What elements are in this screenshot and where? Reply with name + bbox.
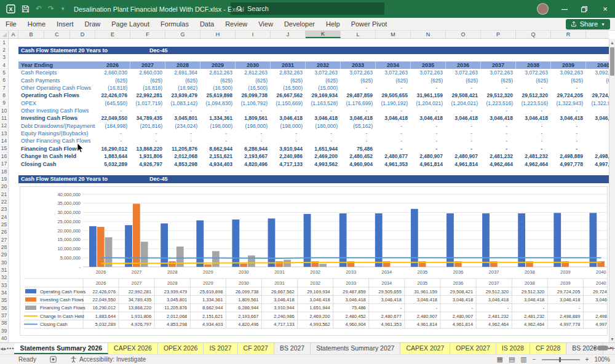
cell-value[interactable]: - <box>95 130 130 137</box>
cell-value[interactable]: (16,818) <box>95 84 130 92</box>
row-number-15[interactable]: 15 <box>0 145 8 152</box>
row-number-39[interactable]: 39 <box>0 327 8 334</box>
row-number-2[interactable]: 2 <box>0 46 8 53</box>
year-header-2033[interactable]: 2033 <box>341 61 376 69</box>
column-header-m[interactable]: M <box>376 31 411 38</box>
column-header-q[interactable]: Q <box>516 31 551 38</box>
ribbon-tab-view[interactable]: View <box>253 18 279 30</box>
row-label[interactable]: Cash Receipts <box>18 69 95 76</box>
row-number-37[interactable]: 37 <box>0 312 8 319</box>
cell-value[interactable]: (1,176,699) <box>341 100 376 107</box>
cell-value[interactable]: (625) <box>341 77 376 84</box>
sheet-tab-bs-2027[interactable]: BS 2027 <box>274 343 311 354</box>
cell-value[interactable]: - <box>551 130 586 137</box>
cell-value[interactable]: (645,550) <box>95 100 130 107</box>
row-label[interactable]: Financing Cash Flows <box>18 145 95 152</box>
cell-value[interactable]: - <box>551 84 586 92</box>
cell-value[interactable]: 25,619,898 <box>200 92 236 99</box>
cell-value[interactable]: (625) <box>271 77 306 84</box>
year-header-2036[interactable]: 2036 <box>446 61 481 69</box>
cell-value[interactable]: 2,469,200 <box>306 152 341 160</box>
cell-value[interactable]: 3,072,263 <box>446 69 481 76</box>
cell-value[interactable]: (1,322,943) <box>551 100 586 107</box>
cell-value[interactable]: - <box>481 137 516 144</box>
cell-value[interactable]: 3,045,801 <box>165 114 200 122</box>
cell-value[interactable]: (198,000) <box>236 122 271 130</box>
select-all-corner[interactable] <box>0 31 9 38</box>
cell-value[interactable]: (15,000) <box>306 84 341 92</box>
year-header-2026[interactable]: 2026 <box>95 61 130 69</box>
cell-value[interactable]: - <box>236 130 271 137</box>
zoom-slider-thumb[interactable] <box>559 357 561 362</box>
column-header-l[interactable]: L <box>341 31 376 38</box>
cell-value[interactable]: 4,962,464 <box>481 160 516 168</box>
cell-value[interactable]: - <box>411 122 446 130</box>
cell-value[interactable]: - <box>130 130 165 137</box>
row-label[interactable]: Closing Cash <box>18 160 95 168</box>
row-number-29[interactable]: 29 <box>0 251 8 259</box>
cell-value[interactable]: - <box>481 107 516 114</box>
cell-value[interactable]: - <box>551 122 586 130</box>
year-header-2032[interactable]: 2032 <box>306 61 341 69</box>
cell-value[interactable]: - <box>516 137 551 144</box>
cell-value[interactable]: (1,223,516) <box>516 100 551 107</box>
column-header-d[interactable]: D <box>70 31 95 38</box>
cell-value[interactable]: 4,961,814 <box>411 160 446 168</box>
row-number-25[interactable]: 25 <box>0 221 8 228</box>
row-number-18[interactable]: 18 <box>0 168 8 175</box>
cell-value[interactable]: 26,667,562 <box>271 92 306 99</box>
year-header-2037[interactable]: 2037 <box>481 61 516 69</box>
cell-value[interactable]: (198,000) <box>271 122 306 130</box>
cell-value[interactable]: (1,322,943) <box>586 100 609 107</box>
ribbon-tab-home[interactable]: Home <box>22 18 51 30</box>
cell-value[interactable]: (180,000) <box>306 122 341 130</box>
cell-value[interactable]: 3,046,418 <box>376 114 411 122</box>
qat-customize-chevron-icon[interactable]: ▼ <box>60 0 65 18</box>
column-header-i[interactable]: I <box>236 31 271 38</box>
cell-value[interactable]: 2,240,986 <box>271 152 306 160</box>
row-number-35[interactable]: 35 <box>0 297 8 304</box>
cell-value[interactable]: (55,162) <box>341 122 376 130</box>
cell-value[interactable]: 3,046,418 <box>481 114 516 122</box>
cell-value[interactable]: 29,512,320 <box>516 92 551 99</box>
cell-value[interactable]: (16,500) <box>200 84 236 92</box>
zoom-slider[interactable] <box>542 359 580 360</box>
column-header-h[interactable]: H <box>200 31 236 38</box>
row-number-36[interactable]: 36 <box>0 304 8 312</box>
cell-value[interactable]: (625) <box>586 77 609 84</box>
year-header-2035[interactable]: 2035 <box>411 61 446 69</box>
search-input[interactable]: Search <box>231 2 384 15</box>
cell-value[interactable]: 3,072,263 <box>306 69 341 76</box>
cell-value[interactable]: 29,508,421 <box>446 92 481 99</box>
row-number-14[interactable]: 14 <box>0 137 8 144</box>
row-label[interactable]: Equity Raisings/(Buybacks) <box>18 130 95 137</box>
cell-value[interactable]: 13,868,220 <box>130 145 165 152</box>
cell-value[interactable]: - <box>271 130 306 137</box>
cell-value[interactable]: 3,046,418 <box>516 114 551 122</box>
horizontal-scrollbar[interactable]: ◂ ▸ <box>593 345 613 350</box>
chart-section-header-bar[interactable]: Cash Flow Statement 20 Years to Dec-45 <box>18 175 609 183</box>
cell-value[interactable]: - <box>516 145 551 152</box>
cell-value[interactable]: - <box>200 107 236 114</box>
year-header-2034[interactable]: 2034 <box>376 61 411 69</box>
cell-value[interactable]: 3,046,418 <box>446 114 481 122</box>
cell-value[interactable]: (625) <box>236 77 271 84</box>
cell-value[interactable]: 2,660,030 <box>95 69 130 76</box>
row-number-1[interactable]: 1 <box>0 39 8 46</box>
column-header-j[interactable]: J <box>271 31 306 38</box>
cell-value[interactable]: - <box>586 107 609 114</box>
row-number-11[interactable]: 11 <box>0 114 8 122</box>
ribbon-tab-help[interactable]: Help <box>320 18 346 30</box>
cell-value[interactable]: (1,204,021) <box>411 100 446 107</box>
cell-value[interactable]: 4,961,353 <box>376 160 411 168</box>
cell-value[interactable]: - <box>481 130 516 137</box>
cell-value[interactable]: 4,962,464 <box>516 160 551 168</box>
year-header-2030[interactable]: 2030 <box>236 61 271 69</box>
cell-value[interactable]: (1,106,792) <box>236 100 271 107</box>
cell-value[interactable]: - <box>481 122 516 130</box>
year-header-2029[interactable]: 2029 <box>200 61 236 69</box>
year-header-2028[interactable]: 2028 <box>165 61 200 69</box>
row-label[interactable]: Investing Cash Flows <box>18 114 95 122</box>
cell-value[interactable]: (1,017,719) <box>130 100 165 107</box>
cell-value[interactable]: - <box>341 130 376 137</box>
